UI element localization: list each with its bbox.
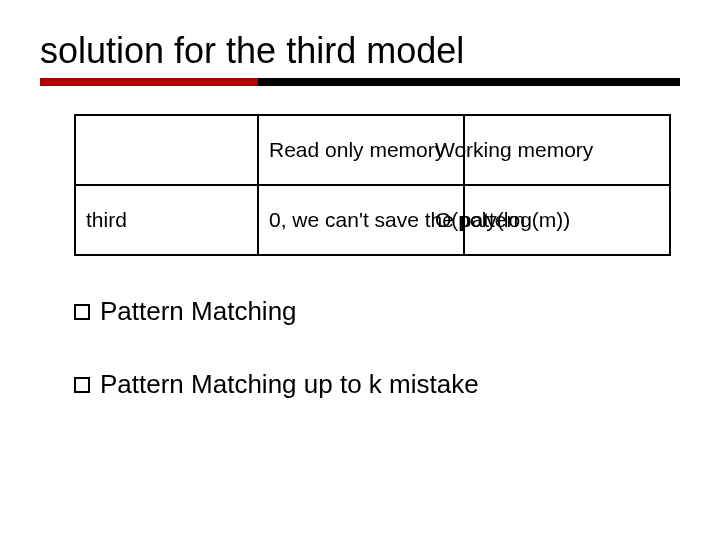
bullet-text: Pattern Matching xyxy=(100,296,297,327)
title-rule xyxy=(40,78,680,86)
row-label-cell: third xyxy=(75,185,258,255)
row-label-text: third xyxy=(86,208,127,231)
bullet-text: Pattern Matching up to k mistake xyxy=(100,369,479,400)
rule-red-segment xyxy=(40,78,258,86)
square-bullet-icon xyxy=(74,304,90,320)
table-row: third 0, we can't save the pattern O(pol… xyxy=(75,185,670,255)
row-working-text: O(poly(log(m)) xyxy=(435,208,570,232)
slide: solution for the third model Read only m… xyxy=(0,0,720,540)
header-read-only-text: Read only memory xyxy=(269,138,445,162)
header-working-text: Working memory xyxy=(435,138,593,162)
list-item: Pattern Matching up to k mistake xyxy=(74,369,680,400)
row-readonly-cell: 0, we can't save the pattern xyxy=(258,185,464,255)
bullet-list: Pattern Matching Pattern Matching up to … xyxy=(74,296,680,400)
slide-title: solution for the third model xyxy=(40,30,680,72)
memory-table: Read only memory Working memory third 0,… xyxy=(74,114,671,256)
row-working-cell: O(poly(log(m)) xyxy=(464,185,670,255)
table-header-row: Read only memory Working memory xyxy=(75,115,670,185)
header-read-only-cell: Read only memory xyxy=(258,115,464,185)
square-bullet-icon xyxy=(74,377,90,393)
header-working-cell: Working memory xyxy=(464,115,670,185)
header-empty-cell xyxy=(75,115,258,185)
rule-black-segment xyxy=(258,78,680,86)
list-item: Pattern Matching xyxy=(74,296,680,327)
table-container: Read only memory Working memory third 0,… xyxy=(74,114,680,256)
